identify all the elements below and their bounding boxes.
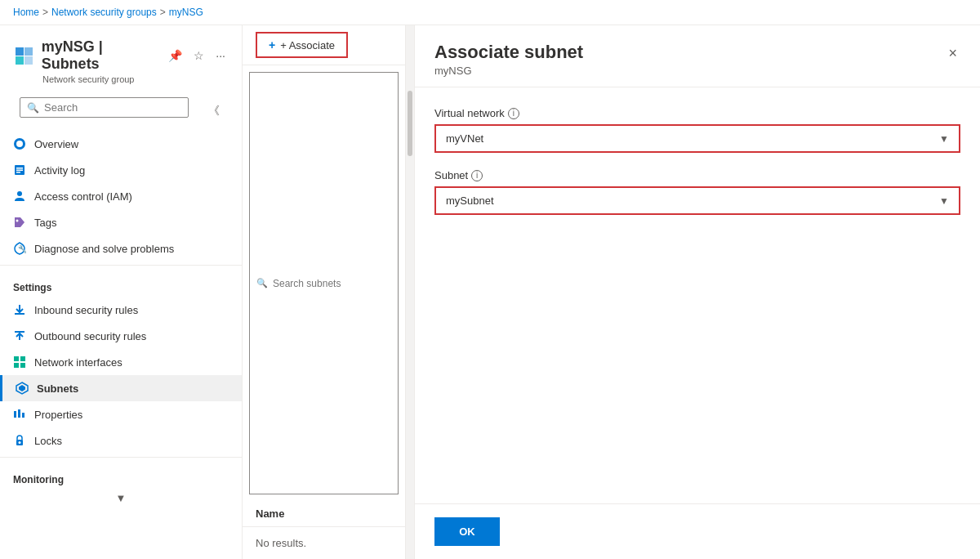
svg-rect-9 [16,172,20,173]
diagnose-icon: 🔧 [13,242,26,255]
ok-button[interactable]: OK [434,517,500,546]
breadcrumb-resource[interactable]: myNSG [169,7,203,18]
breadcrumb-sep2: > [160,7,166,18]
sidebar-item-tags[interactable]: Tags [0,209,242,235]
svg-point-11 [16,220,19,222]
nsg-icon [13,44,35,67]
more-button[interactable]: ··· [212,46,229,65]
subnet-label: Subnet [434,169,468,181]
svg-rect-20 [20,363,25,368]
sidebar: myNSG | Subnets 📌 ☆ ··· Network security… [0,25,243,559]
inbound-label: Inbound security rules [34,304,138,316]
breadcrumb-nsg[interactable]: Network security groups [51,7,157,18]
svg-rect-24 [18,409,20,418]
iam-icon [13,190,26,203]
content-search-icon: 🔍 [256,278,268,288]
virtual-network-chevron-icon: ▼ [939,133,949,145]
content-search-input[interactable] [273,278,391,289]
access-control-label: Access control (IAM) [34,190,132,203]
panel-header: Associate subnet myNSG × [415,25,980,87]
subnets-label: Subnets [37,382,78,395]
sidebar-item-inbound[interactable]: Inbound security rules [0,297,242,323]
virtual-network-field-group: Virtual network i myVNet ▼ [434,107,960,153]
svg-rect-1 [24,47,33,56]
svg-point-10 [17,191,22,196]
associate-plus-icon: + [269,38,275,51]
sidebar-subtitle: Network security group [42,74,229,84]
subnet-info-icon[interactable]: i [471,170,483,181]
subnet-field-group: Subnet i mySubnet ▼ [434,169,960,215]
tags-label: Tags [34,217,56,229]
subnet-label-row: Subnet i [434,169,960,181]
sidebar-item-properties[interactable]: Properties [0,401,242,427]
overview-label: Overview [34,138,78,150]
scrollbar-thumb [408,91,412,156]
virtual-network-value: myVNet [446,132,483,145]
collapse-button[interactable]: 《 [202,101,226,122]
svg-marker-22 [19,385,25,391]
virtual-network-dropdown[interactable]: myVNet ▼ [434,124,960,153]
properties-icon [13,408,26,421]
outbound-label: Outbound security rules [34,330,146,342]
inbound-icon [13,303,26,316]
associate-label: + Associate [280,39,335,51]
network-interfaces-label: Network interfaces [34,356,122,369]
outbound-icon [13,329,26,342]
associate-subnet-panel: Associate subnet myNSG × Virtual network… [414,25,980,559]
panel-title-section: Associate subnet myNSG [434,42,583,77]
sidebar-item-network-interfaces[interactable]: Network interfaces [0,349,242,375]
sidebar-item-overview[interactable]: Overview [0,131,242,157]
subnet-dropdown[interactable]: mySubnet ▼ [434,186,960,215]
pin-button[interactable]: 📌 [165,46,185,65]
name-column-header: Name [256,508,284,520]
virtual-network-info-icon[interactable]: i [508,108,519,119]
svg-rect-7 [16,168,23,169]
svg-point-5 [16,141,23,147]
activity-log-icon [13,163,26,177]
activity-log-label: Activity log [34,164,85,177]
page-title: myNSG | Subnets [42,38,159,73]
settings-divider [0,265,242,266]
sidebar-item-locks[interactable]: Locks [0,427,242,454]
panel-body: Virtual network i myVNet ▼ Subnet i mySu… [415,87,980,503]
svg-rect-19 [14,363,19,368]
svg-rect-3 [24,56,33,65]
svg-rect-25 [22,413,24,418]
sidebar-item-diagnose[interactable]: 🔧 Diagnose and solve problems [0,235,242,262]
no-results-message: No results. [243,527,405,559]
svg-rect-18 [20,356,25,361]
sidebar-nav: Overview Activity log Access control (IA… [0,131,242,559]
overview-icon [13,137,26,150]
search-input[interactable] [44,101,181,114]
svg-rect-23 [14,411,16,418]
sidebar-item-activity-log[interactable]: Activity log [0,157,242,183]
locks-icon [13,434,26,447]
breadcrumb-sep1: > [42,7,48,18]
associate-button[interactable]: + + Associate [256,32,348,58]
svg-rect-2 [16,56,24,65]
sidebar-item-subnets[interactable]: Subnets [0,375,242,401]
scroll-down-indicator: ▼ [0,489,242,508]
subnets-icon [16,382,29,395]
breadcrumb-home[interactable]: Home [13,7,39,18]
title-actions: 📌 ☆ ··· [165,46,229,65]
sidebar-item-outbound[interactable]: Outbound security rules [0,323,242,349]
content-toolbar: + + Associate [243,25,405,65]
sidebar-scrollbar[interactable] [406,25,414,559]
monitoring-section-label: Monitoring [0,461,242,489]
content-search-box[interactable]: 🔍 [249,72,399,494]
virtual-network-label: Virtual network [434,107,505,119]
panel-footer: OK [415,503,980,559]
sidebar-header: myNSG | Subnets 📌 ☆ ··· Network security… [0,25,242,97]
sidebar-search-box[interactable]: 🔍 [20,97,189,118]
sidebar-item-access-control[interactable]: Access control (IAM) [0,183,242,209]
properties-label: Properties [34,409,82,421]
breadcrumb: Home > Network security groups > myNSG [0,0,980,25]
sidebar-title-row: myNSG | Subnets 📌 ☆ ··· [13,38,229,73]
svg-point-27 [19,441,21,444]
tags-icon [13,216,26,229]
network-interfaces-icon [13,356,26,369]
panel-subtitle: myNSG [434,65,583,77]
panel-close-button[interactable]: × [945,42,960,65]
favorite-button[interactable]: ☆ [190,46,207,65]
